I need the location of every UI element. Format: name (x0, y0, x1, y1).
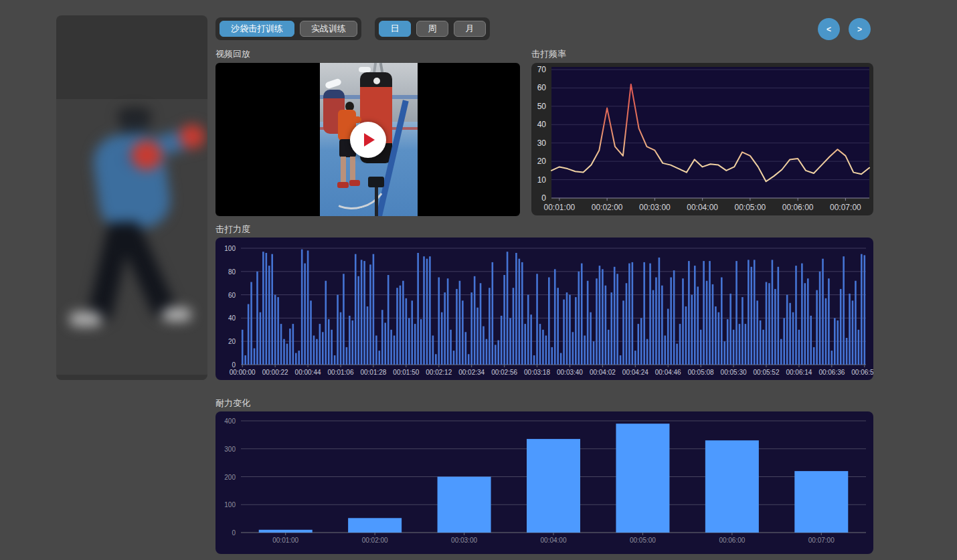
force-chart-card: 02040608010000:00:0000:00:2200:00:4400:0… (215, 238, 873, 380)
svg-text:00:06:36: 00:06:36 (818, 369, 845, 376)
svg-text:0: 0 (541, 193, 546, 203)
period-tab-group: 日 周 月 (375, 17, 490, 40)
svg-text:00:00:22: 00:00:22 (262, 369, 288, 376)
endurance-chart-card: 010020030040000:01:0000:02:0000:03:0000:… (215, 411, 873, 554)
svg-text:20: 20 (228, 338, 236, 345)
tab-day[interactable]: 日 (379, 21, 411, 37)
svg-text:00:06:14: 00:06:14 (786, 369, 812, 376)
tab-sandbag-training[interactable]: 沙袋击打训练 (220, 21, 294, 37)
svg-text:00:02:00: 00:02:00 (362, 537, 388, 544)
svg-text:00:07:00: 00:07:00 (830, 203, 861, 212)
next-button[interactable]: > (849, 18, 871, 40)
athlete-photo (56, 99, 207, 375)
svg-text:00:07:00: 00:07:00 (808, 537, 835, 544)
svg-text:70: 70 (537, 65, 547, 74)
svg-text:00:01:06: 00:01:06 (328, 369, 354, 376)
svg-text:0: 0 (232, 529, 236, 537)
boxer-figure (56, 99, 207, 375)
svg-text:00:01:50: 00:01:50 (393, 369, 419, 376)
svg-text:40: 40 (228, 314, 236, 322)
svg-text:100: 100 (224, 245, 236, 252)
athlete-photo-panel (56, 15, 207, 380)
svg-text:0: 0 (232, 361, 236, 369)
svg-text:00:04:24: 00:04:24 (622, 369, 648, 376)
svg-text:50: 50 (537, 102, 547, 111)
svg-text:00:01:00: 00:01:00 (544, 203, 576, 212)
play-button[interactable] (350, 122, 386, 158)
gym-light (359, 67, 371, 72)
tab-week[interactable]: 周 (416, 21, 448, 37)
svg-text:400: 400 (224, 417, 236, 425)
play-icon (364, 133, 375, 147)
boxer-glove-up (179, 124, 205, 149)
boxer-shoe-right (162, 308, 191, 321)
frequency-line-chart: 01020304050607000:01:0000:02:0000:03:000… (531, 63, 873, 215)
svg-text:00:02:12: 00:02:12 (426, 369, 452, 376)
tab-month[interactable]: 月 (454, 21, 486, 37)
svg-text:00:00:00: 00:00:00 (230, 369, 256, 376)
svg-text:00:04:02: 00:04:02 (590, 369, 616, 376)
svg-text:00:06:00: 00:06:00 (719, 537, 745, 544)
svg-text:00:03:00: 00:03:00 (639, 203, 671, 212)
svg-text:00:00:44: 00:00:44 (295, 369, 321, 376)
frequency-section-title: 击打频率 (531, 48, 566, 60)
endurance-bar-chart: 010020030040000:01:0000:02:0000:03:0000:… (215, 411, 873, 554)
svg-text:00:03:40: 00:03:40 (557, 369, 583, 376)
frequency-chart-card: 01020304050607000:01:0000:02:0000:03:000… (531, 63, 873, 215)
svg-text:100: 100 (224, 501, 236, 508)
svg-text:80: 80 (228, 268, 236, 276)
svg-text:00:05:30: 00:05:30 (721, 369, 747, 376)
chevron-left-icon: < (826, 25, 831, 34)
tab-sparring-training[interactable]: 实战训练 (300, 21, 357, 37)
svg-text:300: 300 (224, 446, 236, 453)
chevron-right-icon: > (857, 25, 862, 34)
svg-text:00:01:28: 00:01:28 (360, 369, 386, 376)
svg-text:30: 30 (537, 138, 547, 148)
tripod-leg (375, 187, 378, 216)
boxer-glove-front (131, 141, 162, 170)
boxer-shoe-left (70, 312, 102, 326)
svg-text:00:05:00: 00:05:00 (630, 537, 656, 544)
svg-text:00:06:00: 00:06:00 (782, 203, 814, 212)
svg-text:00:06:58: 00:06:58 (851, 369, 873, 376)
camera (368, 177, 384, 187)
endurance-section-title: 耐力变化 (215, 397, 250, 409)
svg-text:00:05:08: 00:05:08 (688, 369, 714, 376)
svg-text:200: 200 (224, 474, 236, 481)
video-player[interactable] (215, 63, 520, 216)
trainee-arm (352, 116, 361, 123)
svg-text:10: 10 (537, 175, 547, 185)
force-bar-chart: 02040608010000:00:0000:00:2200:00:4400:0… (215, 238, 873, 380)
prev-button[interactable]: < (818, 18, 840, 40)
svg-text:00:02:00: 00:02:00 (592, 203, 623, 212)
svg-text:00:02:56: 00:02:56 (491, 369, 517, 376)
svg-text:00:04:00: 00:04:00 (541, 537, 567, 544)
svg-text:60: 60 (537, 83, 547, 92)
svg-text:60: 60 (228, 292, 236, 299)
svg-text:00:05:00: 00:05:00 (735, 203, 766, 212)
training-mode-tab-group: 沙袋击打训练 实战训练 (215, 17, 361, 40)
video-section-title: 视频回放 (215, 48, 250, 60)
svg-text:00:03:18: 00:03:18 (524, 369, 550, 376)
svg-text:00:01:00: 00:01:00 (272, 537, 298, 544)
svg-text:40: 40 (537, 120, 547, 129)
svg-text:00:03:00: 00:03:00 (451, 537, 477, 544)
bag-tag (373, 78, 380, 84)
svg-text:00:04:00: 00:04:00 (687, 203, 718, 212)
boxer-leg-right (114, 217, 178, 320)
svg-text:00:02:34: 00:02:34 (458, 369, 485, 376)
force-section-title: 击打力度 (215, 223, 250, 236)
svg-text:20: 20 (537, 157, 547, 166)
svg-text:00:04:46: 00:04:46 (655, 369, 681, 376)
svg-text:00:05:52: 00:05:52 (754, 369, 780, 376)
